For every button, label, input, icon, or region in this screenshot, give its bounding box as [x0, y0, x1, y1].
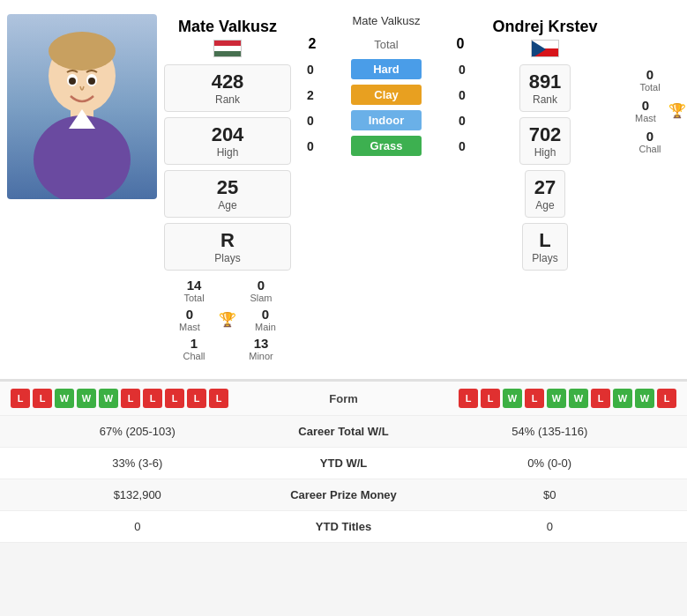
form-label: Form [300, 392, 388, 405]
right-trophy-icon: 🏆 [668, 102, 686, 119]
hard-row: 0 Hard 0 [302, 59, 471, 79]
left-rank-box: 428 Rank [164, 64, 291, 112]
left-minor-cell: 13 Minor [231, 336, 291, 361]
right-player-name-section: Ondrej Krstev [492, 18, 597, 57]
right-mast-lbl: Mast [623, 113, 668, 123]
left-form-2: W [55, 389, 74, 408]
right-plays-label: Plays [532, 252, 557, 264]
left-chall-minor-row: 1 Chall 13 Minor [164, 336, 291, 361]
right-grid-stats: 0 Total 0 Slam 0 Mast 🏆 0 Main [616, 14, 687, 365]
right-player-flag [531, 40, 559, 57]
left-form-3: W [77, 389, 96, 408]
left-form-4: W [99, 389, 118, 408]
bottom-section: L L W W W L L L L L Form L L W L W W L W [0, 380, 687, 543]
left-prize: $132,900 [11, 488, 265, 501]
right-form-8: W [635, 389, 654, 408]
right-prize: $0 [423, 488, 677, 501]
right-form-3: L [525, 389, 544, 408]
left-total-display: 14 [164, 278, 224, 293]
right-total-slam: 0 Total 0 Slam [623, 67, 687, 93]
right-ytd-wl: 0% (0-0) [423, 456, 677, 470]
left-chall-cell: 1 Chall [164, 336, 224, 361]
main-container: Mate Valkusz 428 Rank 204 High 25 Age R … [0, 0, 687, 543]
right-minor-val: 0 [677, 129, 687, 144]
right-chall-cell: 0 Chall [623, 129, 677, 154]
right-rank-label: Rank [529, 93, 562, 106]
left-trophy-icon: 🏆 [219, 311, 236, 328]
right-high-label: High [529, 146, 562, 159]
left-form-0: L [11, 389, 30, 408]
left-player-flag [213, 40, 242, 57]
left-high-box: 204 High [164, 117, 291, 165]
right-player-stats: Ondrej Krstev 891 Rank 702 High 27 Age L… [474, 14, 616, 365]
right-high-value: 702 [529, 123, 562, 146]
left-age-value: 25 [174, 176, 281, 199]
right-age-label: Age [534, 199, 556, 212]
indoor-left-score: 0 [302, 114, 319, 128]
right-form-6: L [591, 389, 610, 408]
indoor-row: 0 Indoor 0 [302, 110, 471, 130]
right-minor-cell: 0 Minor [677, 129, 687, 154]
right-form-badges: L L W L W W L W W L [388, 389, 677, 408]
ytd-titles-row: 0 YTD Titles 0 [0, 511, 687, 543]
hard-left-score: 0 [302, 63, 319, 77]
right-plays-value: L [532, 229, 557, 252]
career-wl-row: 67% (205-103) Career Total W/L 54% (135-… [0, 416, 687, 448]
clay-left-score: 2 [302, 88, 319, 102]
left-rank-label: Rank [174, 93, 281, 106]
total-row: 2 Total 0 [302, 36, 471, 52]
right-form-2: W [503, 389, 522, 408]
left-plays-label: Plays [174, 252, 281, 264]
right-high-box: 702 High [519, 117, 571, 165]
prize-label: Career Prize Money [265, 488, 423, 501]
left-main-cell: 0 Main [240, 307, 291, 332]
grass-left-score: 0 [302, 139, 319, 153]
left-plays-box: R Plays [164, 223, 291, 271]
right-form-9: L [657, 389, 676, 408]
left-total-score: 2 [302, 36, 323, 52]
left-ytd-wl: 33% (3-6) [11, 456, 265, 470]
left-form-7: L [165, 389, 184, 408]
right-player-title: Ondrej Krstev [492, 18, 597, 36]
left-high-value: 204 [174, 123, 281, 146]
left-mast-cell: 0 Mast [164, 307, 215, 332]
prize-row: $132,900 Career Prize Money $0 [0, 479, 687, 511]
grass-row: 0 Grass 0 [302, 136, 471, 156]
clay-right-score: 0 [453, 88, 471, 102]
left-total-cell: 14 Total [164, 278, 224, 303]
left-total-display-lbl: Total [164, 293, 224, 303]
left-age-box: 25 Age [164, 170, 291, 218]
right-total-cell: 0 Total [623, 67, 677, 93]
right-slam-val: 0 [677, 67, 687, 82]
right-mast-val: 0 [623, 98, 668, 113]
right-chall-lbl: Chall [623, 144, 677, 154]
left-total-slam-row: 14 Total 0 Slam [164, 278, 291, 303]
right-minor-lbl: Minor [677, 144, 687, 154]
right-total-lbl: Total [623, 82, 677, 93]
left-player-name-section: Mate Valkusz [164, 18, 291, 57]
left-player-stats: Mate Valkusz 428 Rank 204 High 25 Age R … [157, 14, 298, 365]
right-form-0: L [459, 389, 478, 408]
right-career-wl: 54% (135-116) [423, 425, 677, 438]
right-rank-value: 891 [529, 71, 562, 93]
hard-right-score: 0 [453, 63, 471, 77]
grass-right-score: 0 [453, 139, 471, 153]
left-form-8: L [187, 389, 206, 408]
left-mast-main-row: 0 Mast 🏆 0 Main [164, 307, 291, 332]
right-total-val: 0 [623, 67, 677, 82]
right-age-box: 27 Age [525, 170, 565, 218]
right-plays-box: L Plays [522, 223, 567, 271]
ytd-wl-row: 33% (3-6) YTD W/L 0% (0-0) [0, 448, 687, 479]
right-form-5: W [569, 389, 588, 408]
left-form-9: L [209, 389, 228, 408]
right-chall-val: 0 [623, 129, 677, 144]
left-plays-value: R [174, 229, 281, 252]
left-player-photo [7, 14, 157, 199]
left-player-title: Mate Valkusz [178, 18, 277, 36]
svg-point-1 [49, 32, 116, 71]
indoor-btn: Indoor [351, 110, 422, 130]
right-form-1: L [481, 389, 500, 408]
right-total-score: 0 [450, 36, 471, 52]
left-rank-value: 428 [174, 71, 281, 93]
left-career-wl: 67% (205-103) [11, 425, 265, 438]
